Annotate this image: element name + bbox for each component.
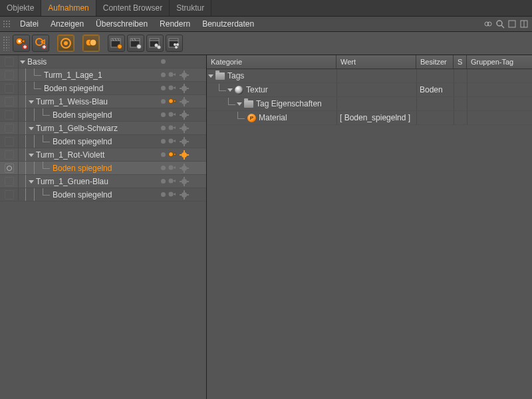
- expand-arrow-icon[interactable]: [237, 102, 242, 106]
- override-category-cell[interactable]: Tag Eigenschaften: [207, 97, 336, 110]
- menu-benutzerdaten[interactable]: Benutzerdaten: [197, 17, 259, 31]
- take-label-area[interactable]: Turm_1_Lage_1: [19, 68, 158, 81]
- take-label-area[interactable]: Boden spiegelnd: [19, 162, 158, 174]
- visibility-toggle[interactable]: [0, 108, 19, 121]
- link-icon[interactable]: [483, 19, 493, 29]
- render-settings-icon[interactable]: [180, 70, 189, 80]
- render-marked-takes-button[interactable]: [146, 35, 164, 52]
- take-row[interactable]: Turm_1_Lage_1: [0, 68, 206, 82]
- camera-icon[interactable]: [168, 164, 177, 173]
- take-row[interactable]: Turm_1_Gruen-Blau: [0, 175, 206, 188]
- expand-arrow-icon[interactable]: [20, 61, 25, 64]
- expand-arrow-icon[interactable]: [29, 100, 34, 104]
- override-value-cell[interactable]: [336, 83, 416, 96]
- search-icon[interactable]: [495, 19, 505, 29]
- take-label-area[interactable]: Turm_1_Rot-Violett: [19, 148, 158, 161]
- render-settings-icon[interactable]: [180, 110, 189, 120]
- take-row[interactable]: Boden spiegelnd: [0, 162, 206, 175]
- take-row[interactable]: Basis: [0, 55, 206, 68]
- take-label-area[interactable]: Boden spiegelnd: [19, 135, 158, 148]
- auto-take-button[interactable]: [57, 35, 74, 52]
- take-row[interactable]: Turm_1_Rot-Violett: [0, 148, 206, 162]
- expand-arrow-icon[interactable]: [227, 88, 233, 92]
- render-all-takes-button[interactable]: [166, 35, 183, 52]
- camera-icon[interactable]: [168, 150, 177, 160]
- expand-arrow-icon[interactable]: [208, 74, 213, 78]
- visibility-toggle[interactable]: [0, 135, 19, 148]
- grip-icon[interactable]: [3, 36, 9, 51]
- override-category-cell[interactable]: Tags: [207, 69, 336, 82]
- column-wert[interactable]: Wert: [336, 55, 416, 68]
- camera-icon[interactable]: [168, 70, 177, 80]
- take-row[interactable]: Turm_1_Gelb-Schwarz: [0, 122, 206, 135]
- column-besitzer[interactable]: Besitzer: [416, 55, 454, 68]
- tab-content-browser[interactable]: Content Browser: [96, 0, 170, 16]
- render-settings-icon[interactable]: [180, 190, 189, 200]
- expand-arrow-icon[interactable]: [29, 127, 34, 130]
- new-child-take-button[interactable]: [32, 35, 49, 52]
- take-row[interactable]: Boden spiegelnd: [0, 82, 206, 95]
- column-kategorie[interactable]: Kategorie: [207, 55, 336, 68]
- camera-icon[interactable]: [168, 124, 177, 133]
- render-settings-icon[interactable]: [180, 97, 189, 106]
- override-mode-button[interactable]: [82, 35, 100, 52]
- menu-anzeigen[interactable]: Anzeigen: [45, 17, 89, 31]
- render-take-to-pv-button[interactable]: [127, 35, 144, 52]
- take-label-area[interactable]: Turm_1_Weiss-Blau: [19, 95, 158, 108]
- grip-icon[interactable]: [3, 20, 11, 28]
- visibility-toggle[interactable]: [0, 175, 19, 188]
- render-settings-icon[interactable]: [180, 164, 189, 173]
- visibility-toggle[interactable]: [0, 68, 19, 81]
- menu-datei[interactable]: Datei: [15, 17, 44, 31]
- render-settings-icon[interactable]: [180, 124, 189, 133]
- expand-arrow-icon[interactable]: [29, 154, 34, 157]
- take-row[interactable]: Boden spiegelnd: [0, 135, 206, 148]
- camera-icon[interactable]: [168, 177, 177, 186]
- override-value-cell[interactable]: [336, 69, 416, 82]
- menu-rendern[interactable]: Rendern: [154, 17, 196, 31]
- render-take-button[interactable]: [108, 35, 125, 52]
- take-row[interactable]: Turm_1_Weiss-Blau: [0, 95, 206, 108]
- visibility-toggle[interactable]: [0, 162, 19, 174]
- new-take-camera-button[interactable]: [13, 35, 30, 52]
- render-settings-icon[interactable]: [180, 177, 189, 186]
- take-label-area[interactable]: Boden spiegelnd: [19, 82, 158, 94]
- take-row[interactable]: Boden spiegelnd: [0, 188, 206, 201]
- take-label-area[interactable]: Boden spiegelnd: [19, 108, 158, 121]
- camera-icon[interactable]: [168, 97, 177, 106]
- override-category-cell[interactable]: PMaterial: [207, 111, 336, 124]
- override-row[interactable]: Tags: [207, 69, 532, 83]
- override-row[interactable]: TexturBoden: [207, 83, 532, 97]
- window-split-icon[interactable]: [519, 19, 529, 29]
- visibility-toggle[interactable]: [0, 55, 19, 68]
- tab-objekte[interactable]: Objekte: [0, 0, 41, 16]
- camera-icon[interactable]: [168, 110, 177, 120]
- window-maximize-icon[interactable]: [507, 19, 517, 29]
- visibility-toggle[interactable]: [0, 122, 19, 134]
- take-row[interactable]: Boden spiegelnd: [0, 108, 206, 122]
- render-settings-icon[interactable]: [180, 137, 189, 146]
- menu-ueberschreiben[interactable]: Überschreiben: [90, 17, 153, 31]
- override-value-cell[interactable]: [ Boden_spiegelnd ]: [336, 111, 416, 124]
- camera-icon[interactable]: [168, 84, 177, 93]
- camera-icon[interactable]: [168, 137, 177, 146]
- render-settings-icon[interactable]: [180, 84, 189, 93]
- take-label-area[interactable]: Basis: [19, 55, 158, 68]
- camera-icon[interactable]: [168, 190, 177, 200]
- visibility-toggle[interactable]: [0, 82, 19, 94]
- visibility-toggle[interactable]: [0, 188, 19, 201]
- take-label-area[interactable]: Turm_1_Gruen-Blau: [19, 175, 158, 188]
- visibility-toggle[interactable]: [0, 95, 19, 108]
- override-category-cell[interactable]: Textur: [207, 83, 336, 96]
- take-label-area[interactable]: Turm_1_Gelb-Schwarz: [19, 122, 158, 134]
- tab-struktur[interactable]: Struktur: [170, 0, 211, 16]
- expand-arrow-icon[interactable]: [29, 180, 34, 184]
- override-row[interactable]: PMaterial[ Boden_spiegelnd ]: [207, 111, 532, 125]
- override-row[interactable]: Tag Eigenschaften: [207, 97, 532, 111]
- tab-aufnahmen[interactable]: Aufnahmen: [41, 0, 96, 16]
- override-value-cell[interactable]: [336, 97, 416, 110]
- column-gruppen-tag[interactable]: Gruppen-Tag: [467, 55, 532, 68]
- render-settings-icon[interactable]: [180, 150, 189, 160]
- take-label-area[interactable]: Boden spiegelnd: [19, 188, 158, 201]
- column-s[interactable]: S: [454, 55, 467, 68]
